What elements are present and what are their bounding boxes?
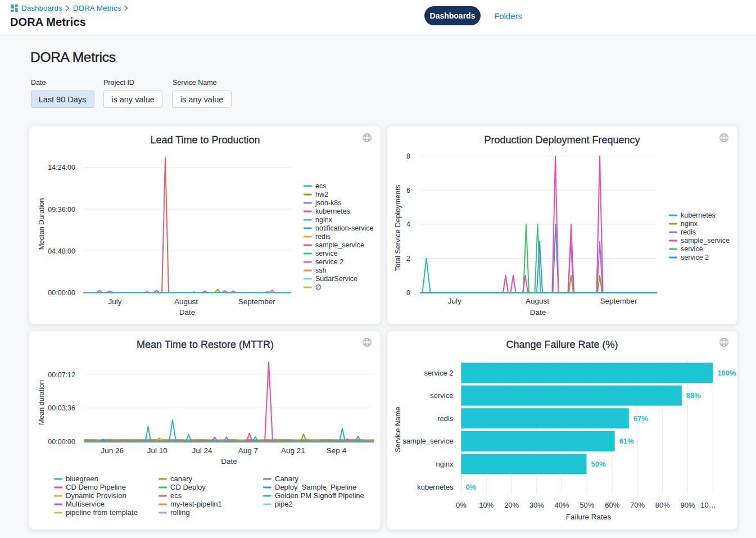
svg-text:September: September [600, 297, 638, 305]
svg-text:50%: 50% [580, 501, 594, 509]
svg-text:Service Name: Service Name [393, 406, 402, 453]
svg-text:Golden PM Signoff Pipeline: Golden PM Signoff Pipeline [275, 491, 364, 500]
svg-text:14:24:00: 14:24:00 [48, 164, 75, 171]
svg-text:10%: 10% [479, 501, 494, 509]
svg-text:sample_service: sample_service [315, 241, 364, 249]
svg-text:bluegreen: bluegreen [66, 474, 98, 483]
svg-text:service: service [681, 245, 703, 253]
svg-text:my-test-pipelin1: my-test-pipelin1 [170, 500, 222, 508]
svg-text:Aug 7: Aug 7 [238, 446, 258, 455]
svg-text:09:36:00: 09:36:00 [48, 206, 75, 214]
svg-text:CD Deploy: CD Deploy [170, 483, 206, 491]
svg-text:service: service [430, 391, 453, 400]
svg-text:Jun 26: Jun 26 [101, 446, 124, 455]
svg-text:50%: 50% [591, 460, 606, 468]
svg-text:0%: 0% [465, 483, 476, 491]
svg-text:Dynamic Provision: Dynamic Provision [66, 491, 126, 500]
svg-text:nginx: nginx [315, 216, 333, 224]
svg-text:redis: redis [437, 414, 454, 423]
svg-text:6: 6 [406, 187, 410, 195]
svg-text:Aug 21: Aug 21 [281, 446, 305, 455]
svg-text:Jul 10: Jul 10 [147, 446, 168, 455]
svg-text:kubernetes: kubernetes [417, 483, 454, 491]
svg-text:July: July [108, 297, 121, 306]
svg-text:Date: Date [221, 457, 237, 465]
svg-text:json-k8s: json-k8s [315, 199, 342, 207]
svg-text:Jul 24: Jul 24 [192, 446, 213, 455]
svg-text:August: August [174, 297, 198, 306]
svg-text:sample_service: sample_service [402, 437, 453, 445]
svg-text:Production Deployment Frequenc: Production Deployment Frequency [484, 134, 640, 146]
svg-text:70%: 70% [630, 501, 645, 509]
svg-text:2: 2 [406, 255, 410, 263]
svg-text:0: 0 [406, 289, 410, 297]
svg-text:30%: 30% [529, 501, 544, 509]
svg-text:notification-service: notification-service [315, 224, 374, 232]
svg-text:Multiservice: Multiservice [66, 500, 105, 508]
svg-text:ssh: ssh [315, 266, 327, 274]
svg-text:100%: 100% [717, 369, 736, 377]
svg-text:8: 8 [406, 152, 410, 160]
svg-text:20%: 20% [504, 501, 519, 509]
svg-text:60%: 60% [605, 501, 619, 509]
svg-text:kubernetes: kubernetes [315, 207, 350, 215]
svg-text:Lead Time to Production: Lead Time to Production [150, 134, 260, 146]
svg-text:ecs: ecs [315, 182, 326, 190]
svg-text:service 2: service 2 [681, 254, 709, 261]
svg-text:4: 4 [406, 220, 410, 228]
svg-text:Change Failure Rate (%): Change Failure Rate (%) [506, 339, 618, 350]
svg-text:10…: 10… [700, 501, 716, 509]
svg-text:Date: Date [530, 308, 546, 317]
svg-text:pipe2: pipe2 [275, 500, 293, 508]
svg-text:service 2: service 2 [315, 258, 343, 266]
svg-text:0%: 0% [456, 501, 467, 509]
svg-text:04:48:00: 04:48:00 [48, 247, 75, 255]
svg-text:rolling: rolling [170, 508, 190, 517]
svg-text:Failure Rates: Failure Rates [566, 513, 612, 521]
svg-text:Canary: Canary [275, 474, 298, 483]
svg-text:kubernetes: kubernetes [681, 211, 716, 219]
svg-text:pipeline from template: pipeline from template [66, 508, 138, 517]
svg-text:80%: 80% [655, 501, 670, 509]
svg-text:61%: 61% [619, 437, 634, 445]
svg-text:ecs: ecs [170, 491, 182, 500]
svg-text:CD Demo Pipeline: CD Demo Pipeline [66, 483, 126, 491]
svg-text:88%: 88% [686, 391, 701, 400]
svg-text:Deploy_Sample_Pipeline: Deploy_Sample_Pipeline [275, 483, 356, 491]
svg-text:00:03:36: 00:03:36 [48, 404, 75, 412]
svg-text:Median Duration: Median Duration [38, 198, 46, 250]
svg-text:nginx: nginx [436, 460, 454, 468]
svg-text:67%: 67% [633, 414, 648, 423]
svg-text:redis: redis [681, 228, 696, 236]
svg-text:00:00:00: 00:00:00 [48, 289, 75, 297]
svg-text:redis: redis [315, 233, 331, 241]
svg-text:00:00:00: 00:00:00 [48, 438, 75, 446]
svg-text:∅: ∅ [315, 283, 322, 291]
svg-text:Date: Date [179, 308, 196, 317]
svg-text:sample_service: sample_service [681, 237, 730, 245]
svg-text:canary: canary [170, 474, 193, 483]
svg-text:40%: 40% [555, 501, 569, 509]
svg-text:August: August [526, 297, 549, 305]
svg-text:Total Service Deployments: Total Service Deployments [393, 184, 402, 271]
svg-text:July: July [448, 297, 461, 305]
svg-text:00:07:12: 00:07:12 [48, 371, 75, 379]
svg-text:Mean duration: Mean duration [38, 380, 46, 425]
svg-text:service: service [315, 250, 338, 257]
svg-text:90%: 90% [681, 501, 695, 509]
svg-text:Sep 4: Sep 4 [327, 446, 347, 455]
svg-text:SudarService: SudarService [315, 275, 357, 283]
svg-text:nginx: nginx [681, 220, 698, 228]
svg-text:service 2: service 2 [424, 369, 453, 377]
svg-text:hw2: hw2 [315, 191, 328, 198]
svg-text:September: September [238, 297, 276, 306]
svg-text:Mean Time to Restore (MTTR): Mean Time to Restore (MTTR) [137, 339, 274, 350]
